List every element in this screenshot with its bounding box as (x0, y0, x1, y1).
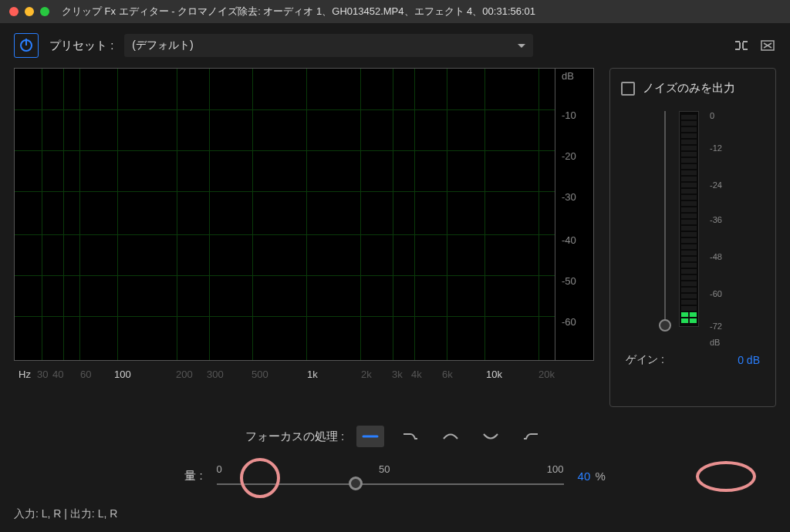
db-unit: dB (562, 70, 574, 82)
amount-row: 量 : 0 50 100 40 % (0, 469, 790, 483)
gain-slider[interactable] (659, 111, 671, 327)
focus-label: フォーカスの処理 : (245, 429, 344, 444)
power-icon (20, 39, 32, 52)
amount-label: 量 : (184, 469, 202, 483)
routing-icon[interactable] (733, 39, 750, 52)
noise-only-checkbox[interactable]: ノイズのみを出力 (621, 81, 765, 96)
gain-handle[interactable] (659, 319, 671, 332)
db-scale: dB -10 -20 -30 -40 -50 -60 (555, 69, 593, 360)
preset-value: (デフォルト) (132, 39, 193, 52)
chevron-down-icon (518, 44, 525, 48)
hz-scale: Hz 30 40 60 100 200 300 500 1k 2k 3k 4k … (14, 361, 594, 387)
hz-unit: Hz (19, 369, 31, 380)
focus-flat-button[interactable] (356, 426, 384, 447)
noise-gain-panel: ノイズのみを出力 (609, 68, 776, 407)
checkbox-icon (621, 82, 635, 96)
gain-row: ゲイン : 0 dB (621, 353, 765, 367)
focus-lowshelf-button[interactable] (397, 426, 424, 447)
amount-slider-handle[interactable] (349, 476, 363, 490)
level-meter (679, 111, 699, 327)
annotation-circle-value (696, 461, 756, 492)
window-controls (9, 7, 49, 16)
spectrum-box: dB -10 -20 -30 -40 -50 -60 (14, 68, 594, 361)
maximize-window-button[interactable] (40, 7, 49, 16)
preset-dropdown[interactable]: (デフォルト) (124, 34, 533, 57)
amount-value-field[interactable]: 40 % (578, 470, 606, 483)
power-toggle-button[interactable] (14, 33, 39, 58)
close-window-button[interactable] (9, 7, 19, 16)
titlebar: クリップ Fx エディター - クロマノイズ除去: オーディオ 1、GH0134… (0, 0, 790, 23)
window-title: クリップ Fx エディター - クロマノイズ除去: オーディオ 1、GH0134… (62, 5, 781, 19)
main-content: dB -10 -20 -30 -40 -50 -60 Hz 30 40 60 1… (0, 68, 790, 407)
focus-row: フォーカスの処理 : (0, 426, 790, 447)
gain-value[interactable]: 0 dB (738, 354, 760, 366)
reset-icon[interactable] (759, 39, 776, 52)
toolbar: プリセット : (デフォルト) (0, 23, 790, 68)
spectrum-panel: dB -10 -20 -30 -40 -50 -60 Hz 30 40 60 1… (14, 68, 594, 407)
focus-highshelf-button[interactable] (517, 426, 545, 447)
focus-notch-button[interactable] (477, 426, 505, 447)
focus-bell-button[interactable] (437, 426, 464, 447)
meter-scale: 0 -12 -24 -36 -48 -60 -72 dB (707, 111, 727, 342)
gain-label: ゲイン : (626, 353, 664, 367)
amount-slider[interactable]: 0 50 100 (217, 476, 564, 477)
io-footer: 入力: L, R | 出力: L, R (14, 507, 117, 521)
preset-label: プリセット : (49, 39, 113, 53)
spectrum-graph[interactable] (15, 69, 555, 360)
noise-only-label: ノイズのみを出力 (643, 81, 735, 96)
meter-area: 0 -12 -24 -36 -48 -60 -72 dB (621, 111, 765, 342)
minimize-window-button[interactable] (25, 7, 34, 16)
